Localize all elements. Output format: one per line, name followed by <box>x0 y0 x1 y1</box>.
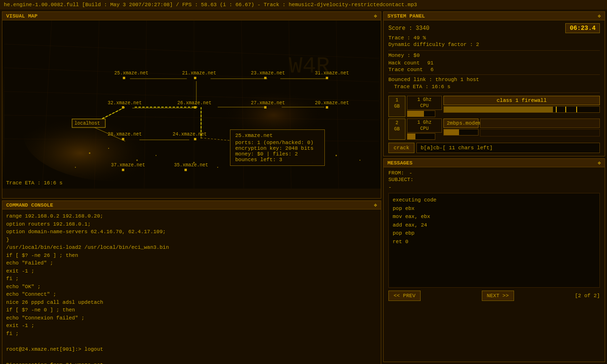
svg-rect-54 <box>184 169 187 171</box>
visual-map-content[interactable]: localhost 25.xmaze.net 21.xmaze.net 23.x… <box>2 20 381 189</box>
modem-area: 2mbps.modem <box>443 118 478 140</box>
money-colon: : <box>407 53 414 58</box>
svg-text:26.xmaze.net: 26.xmaze.net <box>177 100 212 106</box>
system-panel-icon: ✥ <box>598 13 601 19</box>
tooltip-title: 25.xmaze.net <box>235 133 320 138</box>
console-line: echo "Connexion failed" ; <box>6 314 377 322</box>
difficulty-label: Dynamic difficulty factor : 2 <box>388 42 600 47</box>
console-line: exit -1 ; <box>6 322 377 330</box>
svg-rect-49 <box>264 106 267 109</box>
svg-text:28.xmaze.net: 28.xmaze.net <box>108 132 142 137</box>
modem-bar <box>443 129 478 136</box>
messages-panel: MESSAGES ✥ FROM: - SUBJECT: - executing … <box>383 158 605 362</box>
console-title: COMMAND CONSOLE <box>6 202 53 208</box>
console-line: option domain-name-servers 62.4.16.70, 6… <box>6 228 377 236</box>
tooltip-ports: ports: 1 (open/hacked: 0) <box>235 140 320 146</box>
console-line: fi ; <box>6 330 377 338</box>
msg-line: pop ebp <box>393 229 596 238</box>
firewall-label: class 1 firewall <box>443 96 600 105</box>
messages-icon: ✥ <box>598 160 601 166</box>
cpu1-bar <box>407 110 435 117</box>
console-line: echo "Failed" ; <box>6 259 377 267</box>
cpu2-bar <box>407 133 435 140</box>
svg-text:24.xmaze.net: 24.xmaze.net <box>173 132 207 137</box>
svg-rect-48 <box>194 106 196 109</box>
crack-input[interactable] <box>416 143 600 153</box>
svg-point-31 <box>108 148 109 149</box>
console-line: echo "Connect" ; <box>6 291 377 299</box>
title-text: he.engine-1.00.0082.full [Build : May 3 … <box>4 2 417 8</box>
command-console-panel: COMMAND CONSOLE ✥ range 192.168.0.2 192.… <box>2 200 381 364</box>
ram2-box: 2GB <box>388 118 405 140</box>
visual-map-title: VISUAL MAP <box>6 13 37 19</box>
from-label: FROM: <box>388 170 404 176</box>
svg-text:25.xmaze.net: 25.xmaze.net <box>114 71 148 76</box>
svg-text:localhost: localhost <box>74 121 100 126</box>
svg-rect-44 <box>194 77 196 79</box>
money-label: Money <box>388 53 404 58</box>
subject-value: - <box>388 184 392 190</box>
visual-map-panel: VISUAL MAP ✥ <box>2 11 381 199</box>
console-line: root@24.xmaze.net[901]:> logout <box>6 346 377 354</box>
system-panel-title: SYSTEM PANEL <box>387 13 425 19</box>
msg-line: ret 0 <box>393 238 596 246</box>
console-line: fi ; <box>6 275 377 283</box>
console-header: COMMAND CONSOLE ✥ <box>2 201 381 209</box>
console-line: /usr/local/bin/eci-load2 /usr/local/bin/… <box>6 244 377 252</box>
svg-rect-53 <box>122 169 124 171</box>
tooltip-money: money: $0 | files: 2 <box>235 151 320 157</box>
console-line: range 192.168.0.2 192.168.0.20; <box>6 212 377 220</box>
svg-text:27.xmaze.net: 27.xmaze.net <box>251 100 285 106</box>
console-line: echo "OK" ; <box>6 283 377 291</box>
trace-count-value: 6 <box>431 67 434 73</box>
ram1-box: 1GB <box>388 96 405 117</box>
svg-point-30 <box>89 153 91 154</box>
console-line: } <box>6 236 377 244</box>
page-info: [2 of 2] <box>575 293 600 299</box>
console-line: option routers 192.168.0.1; <box>6 220 377 228</box>
title-bar: he.engine-1.00.0082.full [Build : May 3 … <box>0 0 607 9</box>
prev-button[interactable]: << PREV <box>388 291 421 301</box>
messages-title: MESSAGES <box>387 160 413 166</box>
next-button[interactable]: NEXT >> <box>482 291 514 301</box>
svg-text:W4R: W4R <box>289 54 330 79</box>
console-line: nice 26 pppd call adsl updetach <box>6 299 377 307</box>
system-panel: SYSTEM PANEL ✥ Score : 3340 06:23.4 Trac… <box>383 11 605 156</box>
svg-rect-47 <box>122 106 124 109</box>
console-icon: ✥ <box>374 202 377 208</box>
svg-rect-50 <box>326 106 328 109</box>
dark-slot <box>480 118 600 128</box>
svg-text:23.xmaze.net: 23.xmaze.net <box>251 71 285 76</box>
messages-header: MESSAGES ✥ <box>384 159 605 167</box>
console-line <box>6 337 377 346</box>
crack-button[interactable]: crack <box>388 143 414 153</box>
svg-rect-52 <box>194 138 196 140</box>
map-trace-eta: Trace ETA : 16:6 s <box>6 180 63 186</box>
score-label: Score : 3340 <box>388 25 429 32</box>
hack-count-label: Hack count <box>388 60 420 66</box>
timer: 06:23.4 <box>565 23 600 33</box>
trace-count-label: Trace count <box>388 67 423 73</box>
firewall-bar <box>443 106 600 113</box>
messages-body: executing code pop ebx mov eax, ebx add … <box>388 193 600 288</box>
node-tooltip: 25.xmaze.net ports: 1 (open/hacked: 0) e… <box>230 129 325 166</box>
trace-label: Trace : 49 % <box>388 35 600 41</box>
hack-count-value: 91 <box>427 60 433 66</box>
console-line: if [ $? -ne 0 ] ; then <box>6 306 377 314</box>
console-line: if [ $? -ne 26 ] ; then <box>6 252 377 260</box>
msg-line: add eax, 24 <box>393 221 596 230</box>
console-line <box>6 353 377 361</box>
svg-text:32.xmaze.net: 32.xmaze.net <box>108 100 142 106</box>
svg-point-32 <box>137 160 138 161</box>
from-value: - <box>409 170 413 176</box>
console-line: exit -1 ; <box>6 267 377 275</box>
svg-rect-43 <box>123 77 125 79</box>
console-content[interactable]: range 192.168.0.2 192.168.0.20; option r… <box>2 209 381 364</box>
system-panel-header: SYSTEM PANEL ✥ <box>384 12 605 20</box>
svg-text:20.xmaze.net: 20.xmaze.net <box>315 100 349 106</box>
modem-label: 2mbps.modem <box>443 118 478 128</box>
bounced-label: Bounced link : through 1 host <box>388 77 600 82</box>
tooltip-encryption: encryption key: 2048 bits <box>235 146 320 151</box>
svg-point-33 <box>156 155 156 156</box>
dark-slot-bar <box>480 129 600 136</box>
